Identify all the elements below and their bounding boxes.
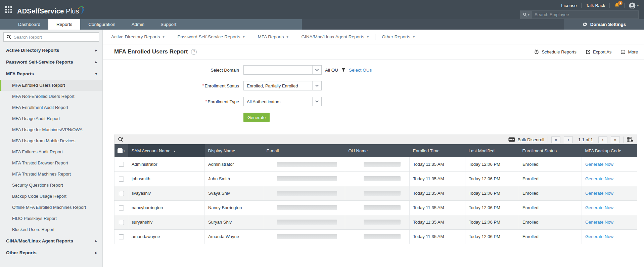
tab-support[interactable]: Support: [152, 19, 184, 30]
row-checkbox[interactable]: [119, 234, 124, 239]
sidebar-item-offline-mfa-enrolled-machines-report[interactable]: Offline MFA Enrolled Machines Report: [0, 202, 102, 213]
brand-name: ADSelfService: [17, 7, 64, 15]
search-scope-button[interactable]: ▾: [520, 11, 532, 18]
generate-button[interactable]: Generate: [243, 113, 270, 122]
sidebar-item-blocked-users-report[interactable]: Blocked Users Report: [0, 224, 102, 235]
schedule-reports-button[interactable]: Schedule Reports: [534, 49, 576, 54]
enrolled-time-cell: Today 11:35 AM: [410, 215, 465, 229]
column-header-ou-name[interactable]: OU Name: [345, 144, 410, 157]
bulk-disenroll-icon: [508, 137, 515, 142]
redacted-email: [277, 220, 337, 225]
notification-badge: 1: [618, 1, 623, 5]
chevron-down-icon[interactable]: ▾: [124, 149, 125, 153]
enrollment-status-dropdown[interactable]: Enrolled, Partially Enrolled: [243, 81, 322, 90]
sidebar-item-mfa-trusted-machines-report[interactable]: MFA Trusted Machines Report: [0, 168, 102, 180]
table-search-icon[interactable]: [118, 137, 123, 142]
sam-account-cell: amandawayne: [128, 229, 205, 244]
app-logo[interactable]: ADSelfService Plus: [17, 4, 87, 15]
notifications-bell-icon[interactable]: 1: [614, 3, 620, 8]
generate-now-link[interactable]: Generate Now: [585, 162, 613, 167]
sidebar-item-other-reports[interactable]: Other Reports ▸: [0, 247, 102, 259]
export-as-button[interactable]: Export As: [586, 49, 612, 54]
sidebar-item-mfa-usage-for-machines[interactable]: MFA Usage for Machines/VPN/OWA: [0, 124, 102, 135]
talkback-link[interactable]: Talk Back: [586, 3, 605, 8]
apps-grid-icon[interactable]: [5, 6, 12, 13]
tab-configuration[interactable]: Configuration: [80, 19, 123, 30]
menu-mfa-reports[interactable]: MFA Reports ▾: [251, 34, 294, 39]
redacted-ou: [364, 176, 401, 181]
chevron-down-icon: ▾: [163, 35, 165, 39]
sidebar-item-fido-passkeys-report[interactable]: FIDO Passkeys Report: [0, 213, 102, 224]
license-link[interactable]: License: [561, 3, 577, 8]
enrolled-time-cell: Today 11:35 AM: [410, 229, 465, 244]
column-header-last-modified[interactable]: Last Modified: [465, 144, 519, 157]
generate-now-link[interactable]: Generate Now: [585, 205, 613, 210]
help-icon[interactable]: ?: [191, 49, 197, 55]
more-button[interactable]: More: [620, 49, 638, 54]
sam-account-cell: nancybarrington: [128, 200, 205, 215]
sidebar-item-mfa-enrollment-audit-report[interactable]: MFA Enrollment Audit Report: [0, 102, 102, 113]
next-page-button[interactable]: ›: [598, 136, 607, 143]
results-grid: Bulk Disenroll « ‹ 1-1 of 1 › »: [114, 135, 637, 244]
column-header-email[interactable]: E-mail: [263, 144, 345, 157]
sidebar-item-mfa-usage-audit-report[interactable]: MFA Usage Audit Report: [0, 113, 102, 124]
report-search-input[interactable]: [14, 35, 96, 40]
column-header-mfa-backup-code[interactable]: MFA Backup Code: [582, 144, 637, 157]
select-all-checkbox[interactable]: [118, 148, 123, 153]
filter-funnel-icon[interactable]: [341, 68, 346, 72]
sidebar-item-gina-mac-linux-agent-reports[interactable]: GINA/Mac/Linux Agent Reports ▸: [0, 235, 102, 247]
row-checkbox[interactable]: [119, 205, 124, 211]
prev-page-button[interactable]: ‹: [564, 136, 573, 143]
reports-sidebar: Active Directory Reports ▸ Password Self…: [0, 30, 103, 267]
table-row: amandawayne Amanda Wayne Today 11:35 AM …: [114, 229, 637, 244]
generate-now-link[interactable]: Generate Now: [585, 176, 613, 181]
generate-now-link[interactable]: Generate Now: [585, 220, 613, 225]
last-page-button[interactable]: »: [611, 136, 620, 143]
menu-other-reports[interactable]: Other Reports ▾: [375, 34, 421, 39]
first-page-button[interactable]: «: [551, 136, 560, 143]
row-checkbox[interactable]: [119, 220, 124, 225]
select-domain-dropdown[interactable]: [243, 65, 322, 75]
column-header-enrolled-time[interactable]: Enrolled Time: [410, 144, 465, 157]
row-checkbox[interactable]: [119, 162, 124, 167]
sidebar-item-mfa-reports[interactable]: MFA Reports ▾: [0, 68, 102, 80]
sidebar-item-security-questions-report[interactable]: Security Questions Report: [0, 180, 102, 191]
enrollment-type-dropdown[interactable]: All Authenticators: [243, 97, 322, 106]
menu-active-directory-reports[interactable]: Active Directory Reports ▾: [105, 34, 171, 39]
tab-reports[interactable]: Reports: [48, 19, 80, 30]
sidebar-item-password-self-service-reports[interactable]: Password Self-Service Reports ▸: [0, 56, 102, 68]
last-modified-cell: Today 12:06 PM: [465, 200, 519, 215]
column-header-display-name[interactable]: Display Name: [205, 144, 263, 157]
employee-search-input[interactable]: [532, 11, 638, 18]
generate-now-link[interactable]: Generate Now: [585, 191, 613, 196]
sidebar-item-mfa-non-enrolled-users-report[interactable]: MFA Non-Enrolled Users Report: [0, 91, 102, 102]
enrollment-status-cell: Enrolled: [519, 186, 582, 200]
column-header-enrollment-status[interactable]: Enrollment Status: [519, 144, 582, 157]
redacted-ou: [364, 162, 401, 167]
sidebar-item-mfa-enrolled-users-report[interactable]: MFA Enrolled Users Report: [0, 80, 102, 91]
display-name-cell: Svaya Shiv: [205, 186, 263, 200]
row-checkbox[interactable]: [119, 177, 124, 182]
row-checkbox[interactable]: [119, 191, 124, 196]
sidebar-item-active-directory-reports[interactable]: Active Directory Reports ▸: [0, 44, 102, 56]
enrollment-status-label: *Enrollment Status: [114, 83, 239, 88]
menu-password-self-service-reports[interactable]: Password Self-Service Reports ▾: [171, 34, 251, 39]
column-chooser-icon[interactable]: [627, 137, 633, 143]
sort-desc-icon: ▾: [174, 149, 175, 153]
chevron-right-icon: ▸: [95, 60, 97, 64]
tab-admin[interactable]: Admin: [124, 19, 152, 30]
all-ou-label: All OU: [325, 68, 338, 73]
sidebar-item-mfa-trusted-browser-report[interactable]: MFA Trusted Browser Report: [0, 157, 102, 168]
bulk-disenroll-button[interactable]: Bulk Disenroll: [508, 137, 544, 142]
sidebar-item-mfa-failures-audit-report[interactable]: MFA Failures Audit Report: [0, 146, 102, 157]
select-ous-link[interactable]: Select OUs: [349, 68, 372, 73]
column-header-sam-account-name[interactable]: SAM Account Name▾: [128, 144, 205, 157]
sidebar-item-backup-code-usage-report[interactable]: Backup Code Usage Report: [0, 191, 102, 202]
sidebar-item-mfa-usage-mobile-devices[interactable]: MFA Usage from Mobile Devices: [0, 135, 102, 146]
generate-now-link[interactable]: Generate Now: [585, 234, 613, 239]
last-modified-cell: Today 12:06 PM: [465, 157, 519, 171]
menu-gina-mac-linux-agent-reports[interactable]: GINA/Mac/Linux Agent Reports ▾: [295, 34, 375, 39]
user-menu[interactable]: ▾: [629, 2, 639, 9]
tab-dashboard[interactable]: Dashboard: [10, 19, 48, 30]
domain-settings-button[interactable]: Domain Settings: [564, 19, 644, 30]
